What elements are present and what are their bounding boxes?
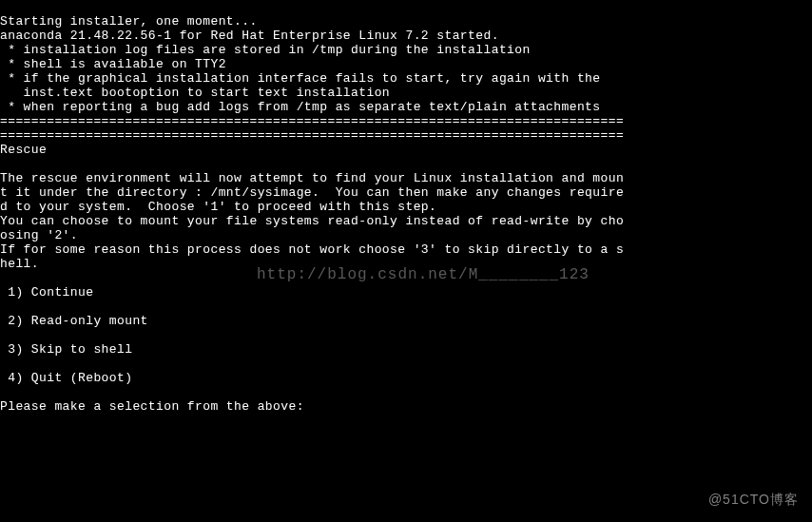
watermark-blog-url: http://blog.csdn.net/M________123 bbox=[257, 268, 590, 282]
menu-option-skip-shell[interactable]: 3) Skip to shell bbox=[0, 342, 132, 357]
rescue-readonly-1: You can choose to mount your file system… bbox=[0, 214, 624, 228]
rescue-desc-3: d to your system. Choose '1' to proceed … bbox=[0, 200, 436, 214]
info-shell-tty2: * shell is available on TTY2 bbox=[0, 57, 226, 71]
rescue-skip-2: hell. bbox=[0, 257, 39, 271]
anaconda-version-line: anaconda 21.48.22.56-1 for Red Hat Enter… bbox=[0, 29, 499, 43]
rescue-desc-2: t it under the directory : /mnt/sysimage… bbox=[0, 185, 624, 200]
info-log-files: * installation log files are stored in /… bbox=[0, 43, 531, 57]
terminal-output: Starting installer, one moment... anacon… bbox=[0, 0, 812, 414]
rescue-desc-1: The rescue environment will now attempt … bbox=[0, 171, 624, 185]
info-graphical-fail-2: inst.text bootoption to start text insta… bbox=[0, 86, 390, 100]
rescue-skip-1: If for some reason this process does not… bbox=[0, 242, 624, 257]
separator-bottom: ========================================… bbox=[0, 128, 624, 143]
selection-prompt[interactable]: Please make a selection from the above: bbox=[0, 399, 312, 414]
menu-option-continue[interactable]: 1) Continue bbox=[0, 285, 93, 300]
menu-option-readonly[interactable]: 2) Read-only mount bbox=[0, 314, 148, 328]
info-bug-report: * when reporting a bug add logs from /tm… bbox=[0, 100, 601, 114]
rescue-title: Rescue bbox=[0, 143, 47, 157]
watermark-corner-credit: @51CTO博客 bbox=[708, 493, 799, 507]
menu-option-quit[interactable]: 4) Quit (Reboot) bbox=[0, 371, 132, 385]
rescue-readonly-2: osing '2'. bbox=[0, 228, 78, 242]
installer-start-line: Starting installer, one moment... bbox=[0, 14, 258, 29]
separator-top: ========================================… bbox=[0, 114, 624, 128]
info-graphical-fail-1: * if the graphical installation interfac… bbox=[0, 71, 601, 86]
